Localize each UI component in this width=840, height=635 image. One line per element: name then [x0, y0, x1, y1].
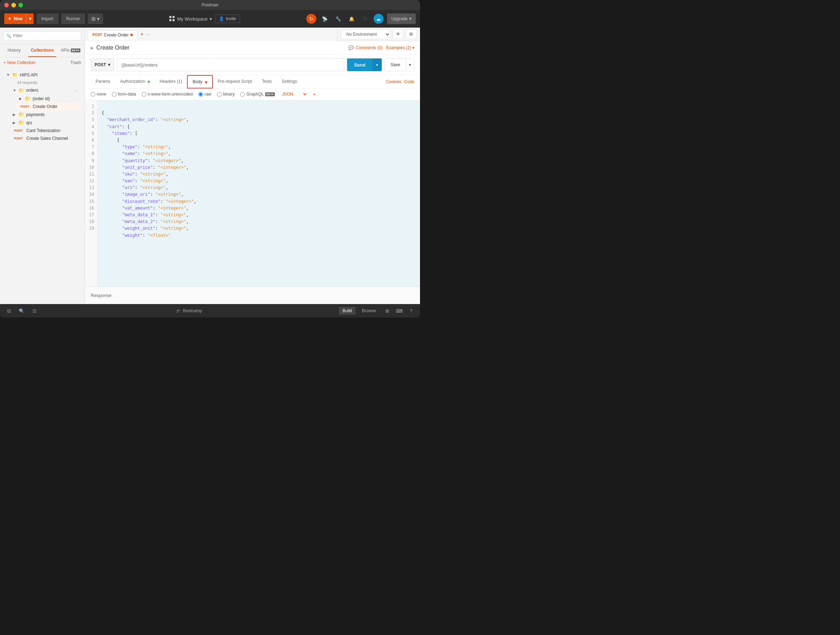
method-label: POST: [95, 62, 106, 67]
radio-urlencoded[interactable]: x-www-form-urlencoded: [142, 92, 193, 97]
trash-button[interactable]: Trash: [71, 60, 81, 65]
radio-binary-input[interactable]: [217, 92, 222, 97]
bootcamp-button[interactable]: 🎓 Bootcamp: [176, 308, 202, 313]
tab-body[interactable]: Body: [187, 75, 213, 88]
sync-button[interactable]: ↻: [306, 14, 316, 24]
cloud-button[interactable]: ☁: [374, 14, 384, 24]
radio-urlencoded-input[interactable]: [142, 92, 146, 97]
line-num-8: 8: [88, 150, 94, 157]
sidebar-tree: ▼ 📁 HIPS API 14 requests ▼ 📁 orders ···: [0, 68, 85, 304]
env-eye-button[interactable]: 👁: [393, 29, 404, 39]
settings-button[interactable]: 🔧: [333, 14, 343, 24]
tab-collections[interactable]: Collections: [28, 44, 57, 57]
workspace-button[interactable]: My Workspace ▾: [169, 16, 212, 22]
save-dropdown-button[interactable]: ▾: [406, 58, 414, 71]
radio-none-input[interactable]: [91, 92, 95, 97]
code-button[interactable]: Code: [404, 79, 414, 84]
maximize-button[interactable]: [18, 3, 23, 8]
runner-button[interactable]: Runner: [61, 13, 85, 24]
tabs-and-env-bar: POST Create Order + ··· No Environment 👁…: [85, 28, 420, 41]
tabs-right-actions: Cookies Code: [386, 79, 414, 84]
collection-count: 14 requests: [17, 80, 37, 85]
radio-none-label: none: [97, 92, 106, 97]
runner-small-button[interactable]: ⊡: [30, 306, 39, 315]
interceptor-button[interactable]: 📡: [320, 14, 330, 24]
folder-order-id: ▶ 📁 {order id}: [10, 95, 81, 102]
tab-headers[interactable]: Headers (1): [155, 76, 187, 88]
tab-params[interactable]: Params: [91, 76, 115, 88]
folder-qrs-header[interactable]: ▶ 📁 qrs: [10, 118, 81, 127]
minimize-button[interactable]: [11, 3, 16, 8]
radio-raw[interactable]: raw: [198, 92, 211, 97]
new-collection-button[interactable]: + New Collection: [3, 60, 35, 65]
comments-button[interactable]: 💬 Comments (0): [349, 45, 382, 50]
code-editor[interactable]: 1 2 3 4 5 6 7 8 9 10 11 12 13 14 15 16 1…: [85, 100, 420, 286]
orders-menu-icon[interactable]: ···: [74, 87, 78, 93]
folder-order-id-header[interactable]: ▶ 📁 {order id}: [16, 95, 81, 102]
help-button[interactable]: ?: [407, 306, 416, 315]
code-body[interactable]: { "merchant_order_id": "<string>", "cart…: [97, 100, 420, 286]
new-dropdown-arrow[interactable]: ▾: [27, 13, 34, 24]
new-button-main[interactable]: ＋ New: [4, 13, 27, 24]
statusbar-center: 🎓 Bootcamp: [43, 308, 335, 313]
upgrade-button[interactable]: Upgrade ▾: [387, 13, 416, 24]
main-content: 🔍 History Collections APIs BETA + New Co…: [0, 28, 420, 304]
radio-form-data[interactable]: form-data: [112, 92, 136, 97]
more-tabs-button[interactable]: ···: [147, 32, 150, 37]
body-format-select[interactable]: JSON Text JavaScript XML HTML: [281, 91, 308, 97]
search-button[interactable]: 🔍: [17, 306, 26, 315]
radio-graphql-input[interactable]: [240, 92, 245, 97]
card-tokenization-row[interactable]: POST Card Tokenization: [10, 127, 81, 134]
cookies-button[interactable]: Cookies: [386, 79, 401, 84]
radio-binary[interactable]: binary: [217, 92, 235, 97]
heart-button[interactable]: ♡: [360, 14, 370, 24]
radio-graphql[interactable]: GraphQL BETA: [240, 92, 275, 97]
build-mode-button[interactable]: Build: [339, 307, 355, 315]
create-order-method-badge: POST: [19, 104, 31, 109]
keyboard-button[interactable]: ⌨: [395, 306, 404, 315]
layout-mode-button[interactable]: ⊞: [382, 306, 392, 315]
folder-payments-header[interactable]: ▶ 📁 payments: [10, 110, 81, 118]
tab-pre-request[interactable]: Pre-request Script: [213, 76, 257, 88]
invite-button[interactable]: 👤 Invite: [215, 14, 240, 23]
tab-settings[interactable]: Settings: [277, 76, 302, 88]
search-input[interactable]: [3, 31, 81, 40]
env-settings-button[interactable]: ⚙: [406, 29, 417, 39]
layout-button[interactable]: ⊞ ▾: [88, 13, 103, 24]
tab-authorization[interactable]: Authorization: [115, 76, 155, 88]
new-tab-button[interactable]: +: [139, 31, 145, 38]
create-sales-channel-row[interactable]: POST Create Sales Channel: [10, 134, 81, 142]
folder-payments: ▶ 📁 payments: [3, 110, 81, 118]
line-num-4: 4: [88, 123, 94, 130]
tab-history[interactable]: History: [0, 44, 28, 57]
create-order-row[interactable]: POST Create Order: [16, 102, 81, 110]
sidebar-toggle-button[interactable]: ⊟: [4, 306, 13, 315]
tab-tests[interactable]: Tests: [257, 76, 277, 88]
radio-none[interactable]: none: [91, 92, 106, 97]
radio-form-data-input[interactable]: [112, 92, 117, 97]
request-title-caret: ▶: [91, 46, 93, 50]
browse-mode-button[interactable]: Browse: [358, 307, 380, 315]
new-button[interactable]: ＋ New ▾: [4, 13, 34, 24]
close-button[interactable]: [4, 3, 9, 8]
env-bar: No Environment 👁 ⚙: [337, 28, 420, 41]
collection-header[interactable]: ▼ 📁 HIPS API: [3, 71, 81, 79]
sidebar-tab-bar: History Collections APIs BETA: [0, 44, 85, 57]
save-button[interactable]: Save: [385, 58, 406, 71]
send-button[interactable]: Send: [347, 58, 373, 71]
method-select[interactable]: POST ▾: [91, 58, 114, 71]
folder-orders-header[interactable]: ▼ 📁 orders ···: [10, 86, 81, 95]
tab-apis[interactable]: APIs BETA: [56, 44, 85, 57]
import-button[interactable]: Import: [36, 13, 58, 24]
radio-urlencoded-label: x-www-form-urlencoded: [148, 92, 193, 97]
examples-button[interactable]: Examples (2) ▾: [386, 45, 414, 50]
request-tab-create-order[interactable]: POST Create Order: [88, 30, 137, 39]
notifications-button[interactable]: 🔔: [347, 14, 357, 24]
main-toolbar: ＋ New ▾ Import Runner ⊞ ▾ My Workspace ▾…: [0, 10, 420, 28]
radio-binary-label: binary: [223, 92, 235, 97]
send-dropdown-button[interactable]: ▾: [373, 58, 382, 71]
radio-raw-input[interactable]: [198, 92, 203, 97]
url-input[interactable]: [117, 58, 344, 71]
environment-select[interactable]: No Environment: [341, 29, 391, 39]
sidebar: 🔍 History Collections APIs BETA + New Co…: [0, 28, 85, 304]
